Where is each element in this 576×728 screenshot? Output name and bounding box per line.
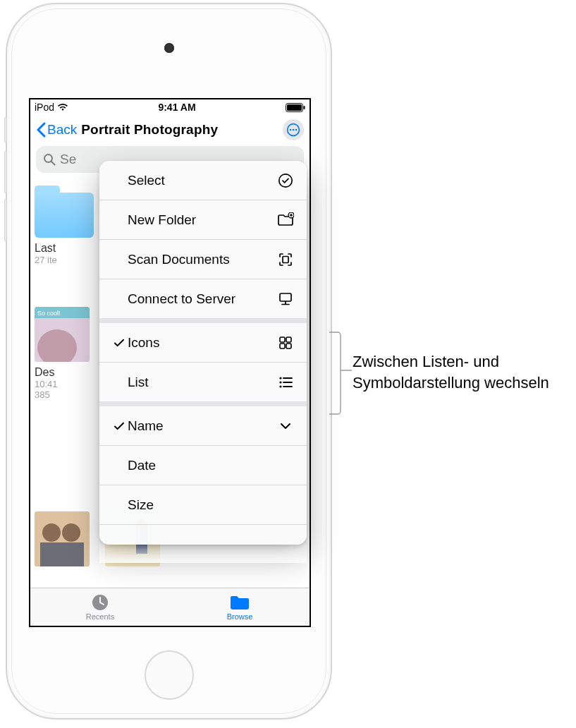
menu-label: Select: [128, 173, 165, 188]
tab-label: Recents: [86, 612, 114, 621]
front-camera: [164, 43, 174, 53]
menu-sort-name[interactable]: Name: [99, 406, 307, 445]
svg-point-32: [279, 377, 281, 379]
home-button[interactable]: [145, 650, 194, 700]
server-icon: [277, 291, 294, 308]
menu-sort-size[interactable]: Size: [99, 485, 307, 524]
svg-rect-28: [280, 337, 285, 342]
callout-text: Zwischen Listen- und Symboldarstellung w…: [353, 351, 564, 393]
chevron-left-icon: [36, 122, 46, 138]
menu-label: List: [128, 375, 149, 390]
menu-label: Icons: [128, 335, 159, 351]
menu-connect-server[interactable]: Connect to Server: [99, 279, 307, 318]
navigation-bar: Back Portrait Photography: [30, 115, 310, 145]
menu-sort-date[interactable]: Date: [99, 446, 307, 485]
svg-line-8: [51, 162, 55, 165]
svg-rect-2: [303, 106, 305, 109]
svg-rect-29: [286, 337, 291, 342]
folder-icon: [229, 593, 250, 612]
menu-select[interactable]: Select: [99, 161, 307, 200]
menu-view-list[interactable]: List: [99, 363, 307, 401]
menu-label: Size: [128, 497, 154, 513]
more-button[interactable]: [283, 119, 304, 140]
scan-icon: [277, 251, 294, 268]
svg-point-22: [279, 174, 292, 186]
select-icon: [277, 172, 294, 189]
ellipsis-circle-icon: [286, 123, 300, 137]
svg-point-5: [293, 129, 295, 131]
chevron-down-icon: [277, 418, 294, 435]
svg-rect-24: [283, 256, 288, 262]
svg-point-6: [295, 129, 298, 131]
svg-rect-30: [280, 344, 285, 348]
menu-label: Name: [128, 418, 164, 434]
menu-label: New Folder: [128, 212, 196, 228]
svg-point-34: [279, 385, 281, 387]
back-label: Back: [47, 122, 77, 138]
clock-icon: [90, 593, 110, 612]
side-button: [4, 117, 7, 142]
checkmark-icon: [112, 420, 126, 432]
search-placeholder: Se: [60, 152, 76, 167]
page-title: Portrait Photography: [81, 122, 218, 138]
menu-label: Connect to Server: [128, 291, 235, 307]
search-icon: [43, 153, 56, 166]
tab-browse[interactable]: Browse: [170, 588, 310, 626]
grid-icon: [277, 334, 294, 351]
volume-down-button: [4, 199, 7, 241]
list-icon: [277, 374, 294, 391]
svg-rect-1: [287, 104, 302, 111]
menu-scan-documents[interactable]: Scan Documents: [99, 240, 307, 279]
device-frame: iPod 9:41 AM Back Portrait Photography: [6, 3, 332, 720]
svg-rect-31: [286, 344, 291, 348]
status-bar: iPod 9:41 AM: [30, 99, 310, 115]
menu-label: Scan Documents: [128, 252, 230, 267]
device-name: iPod: [35, 102, 54, 113]
back-button[interactable]: Back: [36, 122, 77, 138]
menu-new-folder[interactable]: New Folder: [99, 200, 307, 239]
more-menu: Select New Folder Scan Documents Connect…: [99, 161, 307, 545]
tab-label: Browse: [227, 612, 253, 621]
svg-point-33: [279, 381, 281, 383]
battery-icon: [286, 103, 305, 112]
tab-bar: Recents Browse: [30, 588, 310, 626]
menu-view-icons[interactable]: Icons: [99, 323, 307, 362]
tab-recents[interactable]: Recents: [30, 588, 170, 626]
menu-label: Date: [128, 458, 156, 473]
svg-rect-25: [280, 293, 291, 301]
checkmark-icon: [112, 337, 126, 348]
menu-overflow: [99, 525, 307, 545]
wifi-icon: [57, 103, 68, 111]
callout-bracket: [329, 332, 353, 418]
svg-point-4: [290, 129, 292, 131]
new-folder-icon: [277, 212, 294, 229]
volume-up-button: [4, 151, 7, 193]
clock: 9:41 AM: [158, 102, 195, 113]
